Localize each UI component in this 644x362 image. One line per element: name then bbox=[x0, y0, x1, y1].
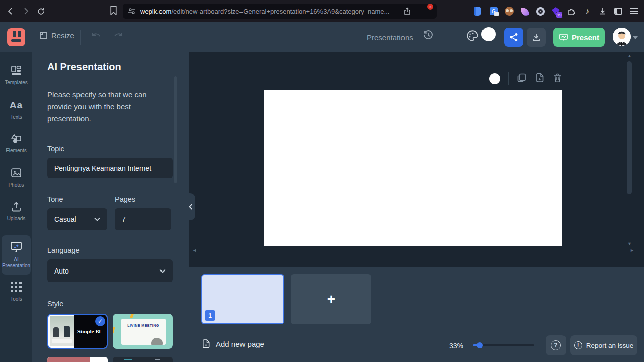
scroll-down-arrow[interactable]: ▼ bbox=[627, 242, 632, 246]
zoom-slider-thumb[interactable] bbox=[477, 342, 483, 348]
share-page-button[interactable] bbox=[403, 7, 411, 15]
sidebar-toggle-icon[interactable] bbox=[613, 6, 623, 16]
wepik-editor: wepik.com /edit/new-artboard?size=Genera… bbox=[0, 0, 644, 362]
zoom-value: 33% bbox=[449, 342, 463, 350]
feather-extension-icon[interactable] bbox=[520, 6, 530, 16]
add-page-icon-button[interactable] bbox=[535, 73, 545, 85]
exclamation-icon: ! bbox=[574, 341, 582, 349]
ai-presentation-icon bbox=[10, 240, 23, 253]
music-extension-icon[interactable]: ♪ bbox=[582, 6, 592, 16]
notes-extension-icon[interactable] bbox=[473, 6, 483, 16]
downloads-button[interactable] bbox=[598, 6, 608, 16]
style-thumbnail-photo bbox=[50, 316, 74, 346]
side-panel-collapse-tab[interactable] bbox=[186, 193, 195, 220]
topic-input[interactable] bbox=[47, 158, 173, 178]
privacy-shield-button[interactable]: 3 bbox=[421, 6, 432, 17]
chevron-down-icon bbox=[94, 217, 100, 221]
style-option-partial[interactable] bbox=[113, 357, 173, 362]
style-name: LIVINE MEETING bbox=[121, 324, 166, 327]
url-bar[interactable]: wepik.com /edit/new-artboard?size=Genera… bbox=[123, 4, 437, 19]
translate-extension-icon[interactable]: G bbox=[489, 6, 499, 16]
present-button[interactable]: Present bbox=[553, 28, 605, 47]
resize-button[interactable]: Resize bbox=[39, 31, 74, 40]
page-background-swatch[interactable] bbox=[489, 73, 500, 84]
language-value: Auto bbox=[54, 267, 69, 275]
extensions-puzzle-icon[interactable] bbox=[567, 6, 577, 16]
ai-presentation-panel: AI Presentation Please specify so that w… bbox=[32, 52, 189, 362]
page-plus-icon bbox=[201, 339, 211, 349]
wepik-logo[interactable] bbox=[7, 28, 25, 46]
gem-extension-icon[interactable]: 19 bbox=[551, 6, 561, 16]
panel-title: AI Presentation bbox=[47, 61, 121, 73]
sidebar-item-elements[interactable]: Elements bbox=[2, 133, 31, 154]
undo-button[interactable] bbox=[91, 31, 102, 41]
sidebar-item-ai-presentation[interactable]: AI Presentation bbox=[2, 235, 31, 275]
background-color-swatch[interactable] bbox=[481, 27, 496, 41]
redo-button[interactable] bbox=[113, 31, 124, 41]
undo-icon bbox=[91, 31, 102, 41]
elements-icon bbox=[10, 133, 22, 144]
menu-hamburger-icon[interactable] bbox=[629, 6, 639, 16]
page-plus-icon bbox=[535, 73, 545, 83]
vertical-scrollbar-thumb[interactable] bbox=[627, 61, 632, 194]
style-name: Simple Bl bbox=[77, 328, 101, 334]
help-button[interactable]: ? bbox=[546, 335, 566, 355]
panel-scrollbar[interactable] bbox=[174, 76, 177, 183]
sidebar-label: Uploads bbox=[7, 216, 26, 222]
tone-select[interactable]: Casual bbox=[47, 208, 107, 230]
report-issue-button[interactable]: ! Report an issue bbox=[570, 335, 637, 355]
decorative-circle bbox=[151, 338, 163, 345]
browser-reload-button[interactable] bbox=[33, 4, 48, 19]
add-page-tile[interactable]: + bbox=[291, 274, 371, 324]
monkey-extension-icon[interactable] bbox=[504, 6, 514, 16]
zoom-slider[interactable] bbox=[473, 344, 534, 346]
sidebar-item-photos[interactable]: Photos bbox=[2, 167, 31, 189]
trash-icon bbox=[553, 73, 562, 83]
tool-sidebar: Templates Aa Texts Elements Photos Uploa… bbox=[0, 52, 32, 362]
tone-value: Casual bbox=[54, 215, 76, 223]
canvas-area[interactable]: ▲ ▼ ◄ ► bbox=[189, 52, 644, 267]
download-icon bbox=[532, 33, 541, 42]
language-select[interactable]: Auto bbox=[47, 259, 173, 282]
avatar-image bbox=[613, 28, 631, 46]
browser-back-button[interactable] bbox=[3, 4, 18, 19]
panel-description: Please specify so that we can provide yo… bbox=[47, 88, 169, 125]
slide-artboard[interactable] bbox=[264, 90, 562, 246]
uploads-icon bbox=[11, 201, 22, 212]
duplicate-icon bbox=[517, 73, 527, 83]
sidebar-item-texts[interactable]: Aa Texts bbox=[2, 100, 31, 121]
pages-input[interactable] bbox=[115, 208, 171, 230]
bookmark-button[interactable] bbox=[110, 6, 117, 17]
style-option-partial[interactable] bbox=[47, 357, 108, 362]
theme-palette-button[interactable] bbox=[466, 29, 479, 44]
style-option-livine-meeting[interactable]: LIVINE MEETING bbox=[113, 314, 173, 349]
sidebar-item-uploads[interactable]: Uploads bbox=[2, 201, 31, 222]
share-button[interactable] bbox=[504, 28, 523, 47]
add-new-page-button[interactable]: Add new page bbox=[201, 339, 264, 349]
style-label: Style bbox=[47, 300, 63, 308]
palette-icon bbox=[466, 29, 479, 42]
duplicate-page-button[interactable] bbox=[517, 73, 527, 85]
delete-page-button[interactable] bbox=[553, 73, 562, 85]
user-avatar[interactable] bbox=[613, 28, 631, 46]
present-label: Present bbox=[572, 33, 599, 42]
ring-extension-icon[interactable] bbox=[535, 6, 545, 16]
bookmark-icon bbox=[110, 6, 117, 15]
chevron-down-icon bbox=[159, 269, 166, 273]
style-option-simple-black[interactable]: Simple Bl ✓ bbox=[47, 314, 108, 349]
scroll-up-arrow[interactable]: ▲ bbox=[627, 54, 632, 58]
tools-icon bbox=[11, 282, 22, 293]
style-thumbnail-card: LIVINE MEETING bbox=[121, 319, 166, 345]
sidebar-item-templates[interactable]: Templates bbox=[2, 65, 31, 86]
site-permissions-icon[interactable] bbox=[128, 8, 136, 15]
page-thumbnail-1[interactable]: 1 bbox=[201, 274, 284, 324]
sidebar-item-tools[interactable]: Tools bbox=[2, 282, 31, 303]
templates-icon bbox=[11, 65, 22, 76]
download-button[interactable] bbox=[527, 28, 546, 47]
scroll-right-arrow[interactable]: ► bbox=[630, 248, 634, 253]
history-button[interactable] bbox=[423, 30, 434, 43]
scroll-left-arrow[interactable]: ◄ bbox=[192, 248, 197, 253]
account-caret-icon[interactable] bbox=[633, 36, 638, 39]
page-number-badge: 1 bbox=[205, 310, 215, 321]
browser-forward-button[interactable] bbox=[18, 4, 33, 19]
